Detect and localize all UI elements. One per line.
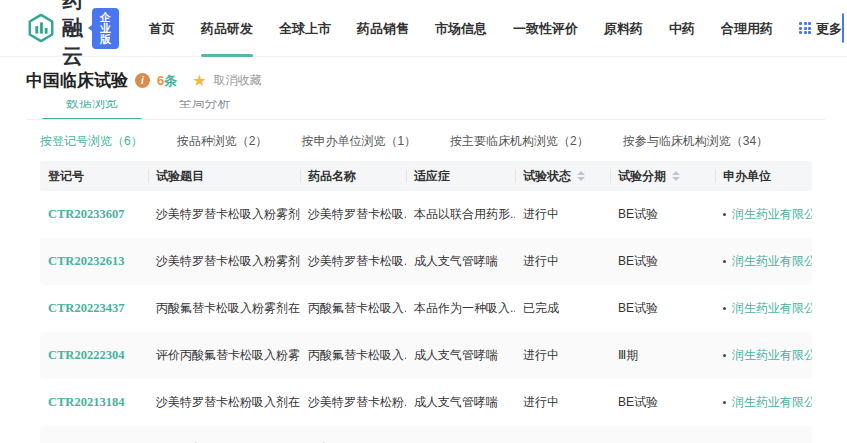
trial-title: 评价丙酸氟替卡松吸入粉雾剂... [148, 347, 300, 364]
table-row: CTR20233607 沙美特罗替卡松吸入粉雾剂在... 沙美特罗替卡松吸...… [40, 191, 812, 238]
trial-regno-link[interactable]: CTR20233607 [48, 207, 124, 221]
trial-title: 沙美特罗替卡松吸入粉雾剂在... [148, 253, 300, 270]
tab-data-browse[interactable]: 数据浏览 [42, 100, 142, 120]
col-header-status: 试验状态 [515, 161, 610, 191]
bullet-icon [723, 354, 726, 357]
bullet-icon [723, 260, 726, 263]
unfavorite-button[interactable]: 取消收藏 [214, 72, 262, 89]
filter-by-main-clinical-org[interactable]: 按主要临床机构浏览（2） [450, 133, 589, 150]
bullet-icon [723, 307, 726, 310]
view-filter-bar: 按登记号浏览（6） 按品种浏览（2） 按申办单位浏览（1） 按主要临床机构浏览（… [0, 120, 847, 161]
trial-drug: 沙美特罗替卡松吸... [300, 253, 406, 270]
table-row: CTR20210815 评价沙美特罗替卡松粉吸入剂... 沙美特罗替卡松粉...… [40, 426, 812, 443]
trial-indication: 成人支气管哮喘 [406, 347, 515, 364]
filter-by-participating-org[interactable]: 按参与临床机构浏览（34） [623, 133, 768, 150]
page-title: 中国临床试验 [26, 69, 128, 92]
edition-badge: 企业版 [92, 8, 119, 49]
trial-phase: BE试验 [610, 300, 715, 317]
trial-title: 沙美特罗替卡松粉吸入剂在健... [148, 394, 300, 411]
grid-menu-icon [799, 22, 811, 34]
sponsor-link[interactable]: 润生药业有限公司 [732, 347, 812, 364]
table-row: CTR20222304 评价丙酸氟替卡松吸入粉雾剂... 丙酸氟替卡松吸入...… [40, 332, 812, 379]
trial-indication: 本品以联合用药形... [406, 206, 515, 223]
trial-status: 已完成 [515, 300, 610, 317]
trial-phase: Ⅲ期 [610, 347, 715, 364]
nav-item-market-info[interactable]: 市场信息 [435, 0, 487, 57]
trial-title: 沙美特罗替卡松吸入粉雾剂在... [148, 206, 300, 223]
trial-status: 进行中 [515, 206, 610, 223]
main-nav: 首页 药品研发 全球上市 药品销售 市场信息 一致性评价 原料药 中药 合理用药… [149, 0, 842, 57]
sort-icon-status[interactable] [577, 171, 585, 181]
col-header-phase: 试验分期 [610, 161, 715, 191]
col-header-drug: 药品名称 [300, 161, 406, 191]
nav-item-consistency-eval[interactable]: 一致性评价 [513, 0, 578, 57]
trial-status: 进行中 [515, 394, 610, 411]
brand-logo-icon [26, 13, 56, 43]
nav-item-drug-rd[interactable]: 药品研发 [201, 0, 253, 57]
nav-item-drug-sales[interactable]: 药品销售 [357, 0, 409, 57]
col-header-title: 试验题目 [148, 161, 300, 191]
app-root: 药融云 企业版 首页 药品研发 全球上市 药品销售 市场信息 一致性评价 原料药… [0, 0, 847, 443]
trial-status: 进行中 [515, 253, 610, 270]
trial-regno-link[interactable]: CTR20222304 [48, 348, 124, 362]
brand[interactable]: 药融云 企业版 [26, 0, 119, 70]
filter-by-variety[interactable]: 按品种浏览（2） [177, 133, 268, 150]
result-count: 6条 [157, 72, 177, 90]
sponsor-link[interactable]: 润生药业有限公司 [732, 253, 812, 270]
quick-search-label: 一键搜索 [843, 14, 844, 42]
sponsor-link[interactable]: 润生药业有限公司 [732, 300, 812, 317]
trial-indication: 本品作为一种吸入... [406, 300, 515, 317]
trials-table: 登记号 试验题目 药品名称 适应症 试验状态 试验分期 申办单位 CTR2023… [40, 161, 812, 443]
table-header: 登记号 试验题目 药品名称 适应症 试验状态 试验分期 申办单位 [40, 161, 812, 191]
bullet-icon [723, 213, 726, 216]
trial-status: 进行中 [515, 347, 610, 364]
trial-indication: 成人支气管哮喘 [406, 253, 515, 270]
table-row: CTR20223437 丙酸氟替卡松吸入粉雾剂在健... 丙酸氟替卡松吸入...… [40, 285, 812, 332]
col-header-indication: 适应症 [406, 161, 515, 191]
table-row: CTR20213184 沙美特罗替卡松粉吸入剂在健... 沙美特罗替卡松粉...… [40, 379, 812, 426]
table-row: CTR20232613 沙美特罗替卡松吸入粉雾剂在... 沙美特罗替卡松吸...… [40, 238, 812, 285]
tab-bar: 数据浏览 全局分析 [26, 100, 825, 120]
nav-item-global-launch[interactable]: 全球上市 [279, 0, 331, 57]
top-navigation-bar: 药融云 企业版 首页 药品研发 全球上市 药品销售 市场信息 一致性评价 原料药… [0, 0, 847, 57]
nav-item-home[interactable]: 首页 [149, 0, 175, 57]
trial-indication: 成人支气管哮喘 [406, 394, 515, 411]
trial-title: 丙酸氟替卡松吸入粉雾剂在健... [148, 300, 300, 317]
filter-by-regno[interactable]: 按登记号浏览（6） [40, 133, 143, 150]
bullet-icon [723, 401, 726, 404]
sponsor-link[interactable]: 润生药业有限公司 [732, 206, 812, 223]
trial-phase: BE试验 [610, 394, 715, 411]
sort-icon-phase[interactable] [672, 171, 680, 181]
trial-phase: BE试验 [610, 206, 715, 223]
trial-phase: BE试验 [610, 253, 715, 270]
page-title-row: 中国临床试验 i 6条 ★ 取消收藏 [0, 57, 847, 98]
favorite-star-icon[interactable]: ★ [192, 73, 206, 89]
brand-name: 药融云 [62, 0, 84, 70]
col-header-regno: 登记号 [40, 161, 148, 191]
more-label: 更多 [816, 0, 842, 57]
trial-regno-link[interactable]: CTR20213184 [48, 395, 124, 409]
nav-item-more[interactable]: 更多 [799, 0, 842, 57]
filter-by-sponsor[interactable]: 按申办单位浏览（1） [301, 133, 416, 150]
info-icon[interactable]: i [135, 73, 150, 88]
trial-regno-link[interactable]: CTR20223437 [48, 301, 124, 315]
nav-item-api[interactable]: 原料药 [604, 0, 643, 57]
trial-drug: 丙酸氟替卡松吸入... [300, 347, 406, 364]
nav-item-tcm[interactable]: 中药 [669, 0, 695, 57]
trial-drug: 沙美特罗替卡松吸... [300, 206, 406, 223]
trial-drug: 沙美特罗替卡松粉... [300, 394, 406, 411]
quick-search-button[interactable]: 一键搜索 [842, 13, 844, 43]
nav-item-rational-use[interactable]: 合理用药 [721, 0, 773, 57]
sponsor-link[interactable]: 润生药业有限公司 [732, 394, 812, 411]
col-header-sponsor: 申办单位 [715, 161, 812, 191]
trial-drug: 丙酸氟替卡松吸入... [300, 300, 406, 317]
result-count-unit: 条 [164, 73, 177, 88]
tab-global-analysis[interactable]: 全局分析 [154, 100, 254, 120]
trial-regno-link[interactable]: CTR20232613 [48, 254, 124, 268]
